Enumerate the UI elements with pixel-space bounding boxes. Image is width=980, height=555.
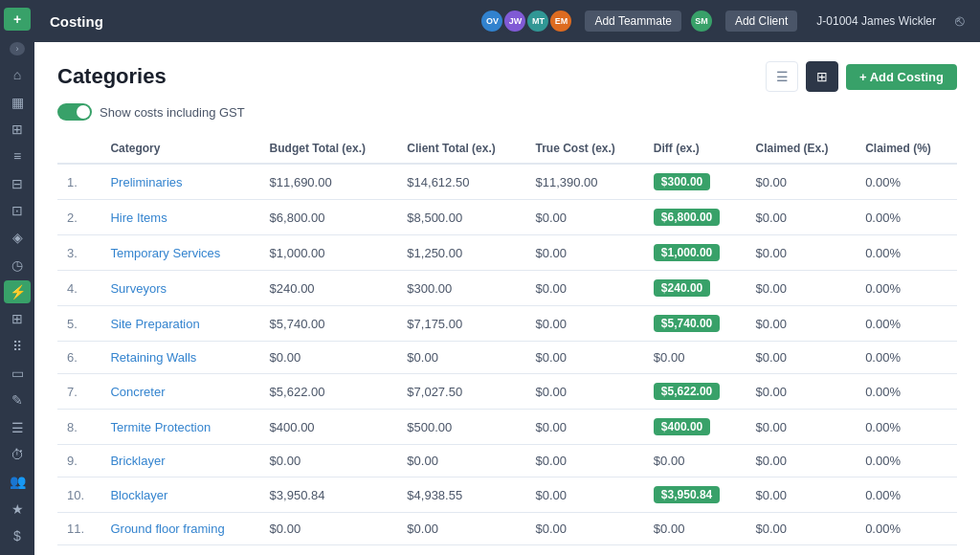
table-row[interactable]: 1. Preliminaries $11,690.00 $14,612.50 $… xyxy=(57,164,957,200)
claimed-pct: 0.00% xyxy=(856,164,957,200)
table-row[interactable]: 10. Blocklayer $3,950.84 $4,938.55 $0.00… xyxy=(57,477,957,513)
monitor-icon[interactable]: ▭ xyxy=(4,362,31,385)
true-cost: $0.00 xyxy=(526,235,644,271)
claimed-ex: $0.00 xyxy=(746,513,857,545)
col-true-cost: True Cost (ex.) xyxy=(526,134,644,164)
budget-total: $11,690.00 xyxy=(260,164,398,200)
header-actions: ☰ ⊞ + Add Costing xyxy=(766,61,957,92)
claimed-pct: 0.00% xyxy=(856,271,957,306)
table-header-row: Category Budget Total (ex.) Client Total… xyxy=(57,134,957,164)
table-row[interactable]: 4. Surveyors $240.00 $300.00 $0.00 $240.… xyxy=(57,271,957,306)
diff-badge: $5,622.00 xyxy=(654,383,720,400)
claimed-pct: 0.00% xyxy=(856,235,957,271)
grid-icon[interactable]: ⊞ xyxy=(4,118,31,141)
row-number: 7. xyxy=(57,374,100,410)
row-number: 2. xyxy=(57,200,100,235)
star-icon[interactable]: ★ xyxy=(4,497,31,520)
logout-icon[interactable]: ⎋ xyxy=(955,12,965,30)
category-name[interactable]: Site Preparation xyxy=(100,306,259,342)
row-number: 6. xyxy=(57,342,100,374)
col-client-total: Client Total (ex.) xyxy=(397,134,525,164)
col-claimed-pct: Claimed (%) xyxy=(856,134,957,164)
table-row[interactable]: 3. Temporary Services $1,000.00 $1,250.0… xyxy=(57,235,957,271)
budget-total: $5,740.00 xyxy=(260,306,398,342)
table-row[interactable]: 8. Termite Protection $400.00 $500.00 $0… xyxy=(57,410,957,445)
true-cost: $0.00 xyxy=(526,306,644,342)
table-icon[interactable]: ⊞ xyxy=(4,307,31,330)
apps-icon[interactable]: ⠿ xyxy=(4,335,31,358)
diff-badge: $300.00 xyxy=(654,173,710,190)
budget-total: $240.00 xyxy=(260,271,398,306)
category-name[interactable]: Retaining Walls xyxy=(100,342,259,374)
calendar-icon[interactable]: ▦ xyxy=(4,91,31,114)
avatar-mt[interactable]: MT xyxy=(525,9,550,33)
true-cost: $0.00 xyxy=(526,513,644,545)
claimed-ex: $0.00 xyxy=(746,235,857,271)
gst-toggle[interactable] xyxy=(57,103,92,121)
category-name[interactable]: Ground floor framing xyxy=(100,513,259,545)
category-name[interactable]: Bricklayer xyxy=(100,445,259,477)
claimed-pct: 0.00% xyxy=(856,445,957,477)
avatar-ov[interactable]: OV xyxy=(479,9,504,33)
diff-badge: $240.00 xyxy=(654,279,710,297)
diff-badge: $400.00 xyxy=(654,418,710,435)
folder-icon[interactable]: ⊟ xyxy=(4,172,31,195)
budget-total: $0.00 xyxy=(260,342,398,374)
diff-value: $0.00 xyxy=(654,454,685,468)
claimed-ex: $0.00 xyxy=(746,271,857,306)
app-title: Costing xyxy=(50,13,103,30)
home-icon[interactable]: ⌂ xyxy=(4,63,31,86)
category-name[interactable]: Hire Items xyxy=(100,200,259,235)
chart-icon[interactable]: ≡ xyxy=(4,144,31,167)
content-header: Categories ☰ ⊞ + Add Costing xyxy=(57,61,957,92)
sidebar-expand-button[interactable]: › xyxy=(10,42,25,56)
claimed-pct: 0.00% xyxy=(856,513,957,545)
diff-cell: $5,622.00 xyxy=(644,374,746,410)
add-client-button[interactable]: Add Client xyxy=(725,11,797,32)
table-row[interactable]: 6. Retaining Walls $0.00 $0.00 $0.00 $0.… xyxy=(57,342,957,374)
claimed-pct: 0.00% xyxy=(856,477,957,513)
clock2-icon[interactable]: ⏱ xyxy=(4,443,31,466)
category-name[interactable]: Preliminaries xyxy=(100,164,259,200)
add-costing-button[interactable]: + Add Costing xyxy=(846,64,957,90)
table-row[interactable]: 2. Hire Items $6,800.00 $8,500.00 $0.00 … xyxy=(57,200,957,235)
view-list-button[interactable]: ☰ xyxy=(766,61,798,92)
category-name[interactable]: Surveyors xyxy=(100,271,259,306)
view-grid-button[interactable]: ⊞ xyxy=(806,61,838,92)
budget-total: $6,800.00 xyxy=(260,200,398,235)
client-total: $0.00 xyxy=(397,342,525,374)
category-name[interactable]: Concreter xyxy=(100,374,259,410)
category-name[interactable]: Blocklayer xyxy=(100,477,259,513)
avatar-em[interactable]: EM xyxy=(548,9,573,33)
diff-cell: $300.00 xyxy=(644,164,746,200)
avatar-jw[interactable]: JW xyxy=(502,9,527,33)
diff-badge: $5,740.00 xyxy=(654,315,720,332)
table-row[interactable]: 5. Site Preparation $5,740.00 $7,175.00 … xyxy=(57,306,957,342)
budget-total: $0.00 xyxy=(260,445,398,477)
list-icon[interactable]: ☰ xyxy=(4,415,31,438)
pencil-icon[interactable]: ✎ xyxy=(4,388,31,411)
table-row[interactable]: 7. Concreter $5,622.00 $7,027.50 $0.00 $… xyxy=(57,374,957,410)
avatar-sm[interactable]: SM xyxy=(689,9,714,33)
col-budget-total: Budget Total (ex.) xyxy=(260,134,398,164)
page-title: Categories xyxy=(57,64,167,89)
clock-icon[interactable]: ◷ xyxy=(4,254,31,277)
app-logo[interactable]: + xyxy=(4,8,31,31)
claimed-pct: 0.00% xyxy=(856,410,957,445)
dollar-icon[interactable]: $ xyxy=(4,524,31,547)
add-teammate-button[interactable]: Add Teammate xyxy=(585,11,681,32)
client-total: $0.00 xyxy=(397,513,525,545)
category-name[interactable]: Termite Protection xyxy=(100,410,259,445)
claimed-ex: $0.00 xyxy=(746,164,857,200)
claimed-ex: $0.00 xyxy=(746,410,857,445)
table-row[interactable]: 11. Ground floor framing $0.00 $0.00 $0.… xyxy=(57,513,957,545)
row-number: 9. xyxy=(57,445,100,477)
document-icon[interactable]: ⊡ xyxy=(4,199,31,222)
category-name[interactable]: Temporary Services xyxy=(100,235,259,271)
tag-icon[interactable]: ◈ xyxy=(4,226,31,249)
row-number: 10. xyxy=(57,477,100,513)
lightning-icon[interactable]: ⚡ xyxy=(4,280,31,303)
row-number: 8. xyxy=(57,410,100,445)
table-row[interactable]: 9. Bricklayer $0.00 $0.00 $0.00 $0.00 $0… xyxy=(57,445,957,477)
people-icon[interactable]: 👥 xyxy=(4,470,31,493)
